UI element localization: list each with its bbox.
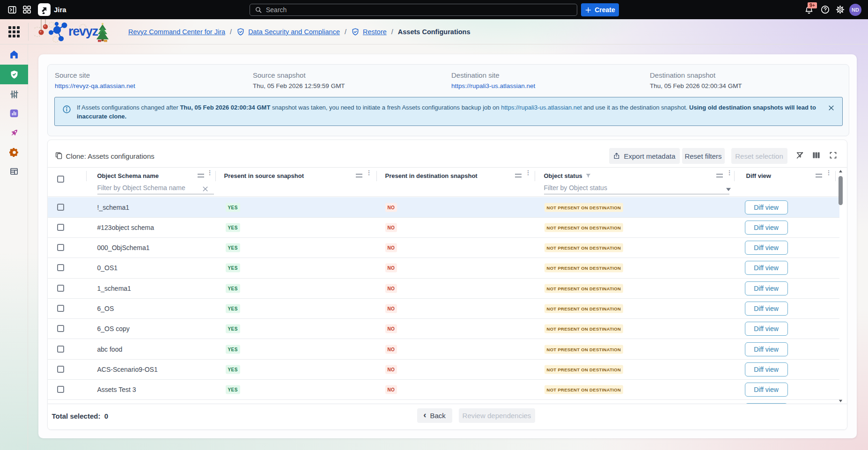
svg-text:revyz: revyz [68, 24, 98, 38]
